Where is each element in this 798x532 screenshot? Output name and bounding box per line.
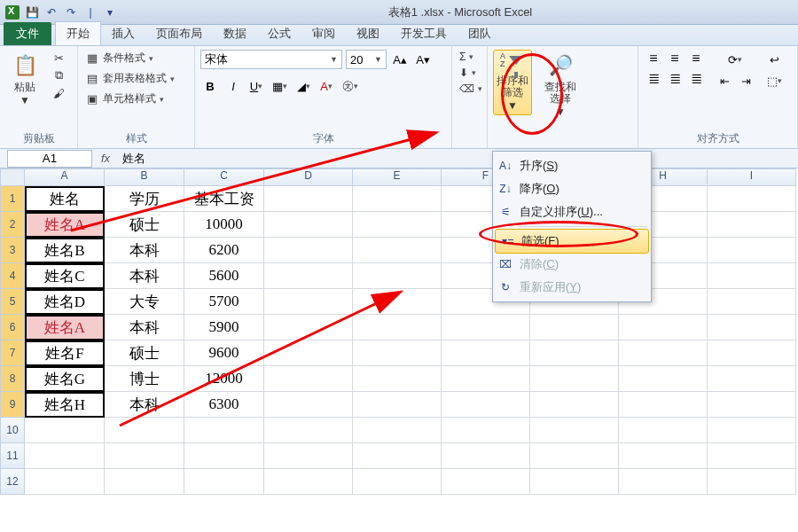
cell[interactable]: [353, 443, 442, 469]
cell[interactable]: [442, 340, 530, 366]
tab-formulas[interactable]: 公式: [257, 22, 301, 45]
cell[interactable]: [105, 418, 184, 443]
cell[interactable]: 硕士: [105, 340, 184, 366]
cell[interactable]: 学历: [105, 186, 184, 212]
cell[interactable]: [619, 418, 708, 443]
row-header[interactable]: 8: [0, 366, 25, 392]
cell[interactable]: [530, 392, 619, 418]
align-center-button[interactable]: ≣: [665, 69, 685, 87]
border-button[interactable]: ▦▾: [270, 76, 290, 96]
align-top-button[interactable]: ≡: [644, 50, 663, 67]
cell[interactable]: [530, 315, 619, 340]
undo-icon[interactable]: ↶: [44, 5, 59, 20]
col-header-I[interactable]: I: [708, 168, 796, 186]
orientation-button[interactable]: ⟳▾: [715, 50, 755, 69]
cell[interactable]: 5700: [184, 289, 264, 315]
row-header[interactable]: 4: [0, 263, 25, 289]
cell[interactable]: [264, 212, 353, 238]
cell[interactable]: [25, 418, 105, 443]
cell[interactable]: [353, 238, 442, 263]
tab-file[interactable]: 文件: [4, 22, 51, 45]
cell[interactable]: 姓名B: [25, 238, 105, 263]
increase-indent-button[interactable]: ⇥: [736, 71, 755, 90]
col-header-A[interactable]: A: [25, 168, 105, 186]
col-header-C[interactable]: C: [184, 168, 264, 186]
cell[interactable]: [264, 315, 353, 340]
cell[interactable]: 姓名F: [25, 340, 105, 366]
cell[interactable]: 9600: [184, 340, 264, 366]
cell[interactable]: [530, 443, 619, 469]
decrease-font-button[interactable]: A▾: [413, 50, 433, 69]
cell[interactable]: [442, 392, 530, 418]
cell[interactable]: 本科: [105, 315, 184, 340]
col-header-D[interactable]: D: [264, 168, 353, 186]
cell[interactable]: [353, 340, 442, 366]
row-header[interactable]: 6: [0, 315, 25, 340]
cell[interactable]: [708, 238, 796, 263]
cell[interactable]: 5900: [184, 315, 264, 340]
cell[interactable]: [353, 263, 442, 289]
align-right-button[interactable]: ≣: [686, 69, 706, 87]
cell[interactable]: [708, 443, 796, 469]
cut-button[interactable]: ✂: [50, 50, 67, 66]
menu-filter[interactable]: ▾=筛选(F): [495, 229, 649, 254]
cell[interactable]: [619, 315, 708, 340]
cell[interactable]: [442, 418, 530, 443]
cell[interactable]: [619, 340, 708, 366]
cell[interactable]: [264, 392, 353, 418]
tab-layout[interactable]: 页面布局: [145, 22, 213, 45]
cell[interactable]: 本科: [105, 238, 184, 263]
cell[interactable]: [708, 469, 796, 495]
decrease-indent-button[interactable]: ⇤: [715, 71, 734, 90]
autosum-button[interactable]: Σ▾: [458, 50, 481, 64]
wrap-text-button[interactable]: ↩: [764, 50, 785, 69]
cell[interactable]: [530, 418, 619, 443]
cell[interactable]: 博士: [105, 366, 184, 392]
font-name-select[interactable]: 宋体▼: [200, 50, 342, 69]
cell[interactable]: [708, 263, 796, 289]
cell[interactable]: 姓名G: [25, 366, 105, 392]
col-header-E[interactable]: E: [353, 168, 442, 186]
cell[interactable]: [184, 469, 264, 495]
cell[interactable]: [619, 443, 708, 469]
cell[interactable]: [353, 315, 442, 340]
cell[interactable]: [353, 186, 442, 212]
cell[interactable]: [619, 392, 708, 418]
cell[interactable]: [530, 366, 619, 392]
cell[interactable]: [353, 469, 442, 495]
row-header[interactable]: 10: [0, 418, 25, 443]
cell[interactable]: [708, 289, 796, 315]
col-header-B[interactable]: B: [105, 168, 184, 186]
cell[interactable]: [442, 443, 530, 469]
cell[interactable]: [708, 186, 796, 212]
cell[interactable]: [530, 469, 619, 495]
cell[interactable]: [353, 392, 442, 418]
cell[interactable]: 姓名H: [25, 392, 105, 418]
cell[interactable]: 6200: [184, 238, 264, 263]
formula-input[interactable]: 姓名: [119, 151, 798, 167]
cell[interactable]: [184, 443, 264, 469]
row-header[interactable]: 12: [0, 469, 25, 495]
cell[interactable]: [105, 469, 184, 495]
cell[interactable]: [708, 418, 796, 443]
menu-custom-sort[interactable]: ⚟自定义排序(U)...: [493, 200, 651, 223]
cell[interactable]: [25, 443, 105, 469]
italic-button[interactable]: I: [223, 76, 243, 96]
tab-home[interactable]: 开始: [55, 21, 101, 45]
cell[interactable]: 6300: [184, 392, 264, 418]
cell[interactable]: [25, 469, 105, 495]
font-color-button[interactable]: A▾: [317, 76, 336, 96]
menu-sort-desc[interactable]: Z↓降序(O): [493, 177, 651, 200]
tab-data[interactable]: 数据: [213, 22, 257, 45]
cell[interactable]: [708, 212, 796, 238]
cell[interactable]: [264, 418, 353, 443]
cell[interactable]: [442, 469, 530, 495]
cell[interactable]: [264, 186, 353, 212]
phonetic-button[interactable]: ㉆▾: [340, 76, 361, 96]
row-header[interactable]: 1: [0, 186, 25, 212]
find-select-button[interactable]: 🔎 查找和选择 ▼: [541, 50, 580, 121]
tab-view[interactable]: 视图: [346, 22, 390, 45]
save-icon[interactable]: 💾: [25, 5, 39, 20]
select-all-corner[interactable]: [0, 168, 25, 186]
cell[interactable]: [264, 340, 353, 366]
